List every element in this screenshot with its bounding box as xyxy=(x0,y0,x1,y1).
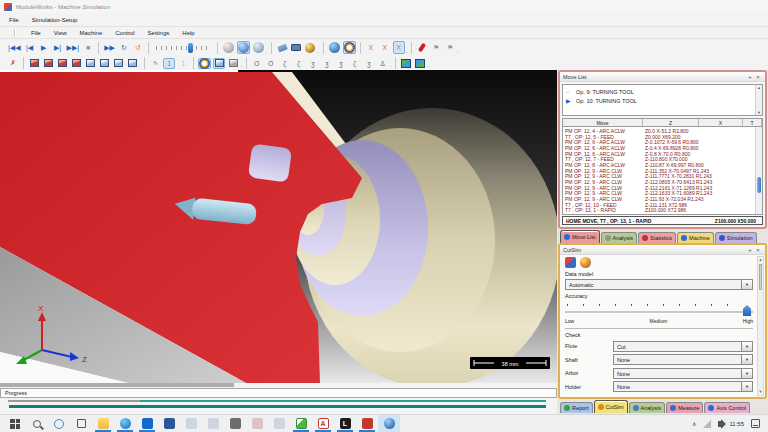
tab-statistics[interactable]: Statistics xyxy=(638,232,676,243)
operation-tree[interactable]: ┄Op. 9: TURNING TOOL▶Op. 10: TURNING TOO… xyxy=(562,84,763,116)
go-to-end-button[interactable]: ▶▶| xyxy=(66,41,81,54)
home-move-row[interactable]: HOME MOVE, T7 , OP: 13, 1 - RAPID Z100.0… xyxy=(562,216,763,225)
network-icon[interactable] xyxy=(703,420,711,428)
cutsim-scrollbar[interactable]: ▲ ▼ xyxy=(757,256,764,396)
menu-settings[interactable]: Settings xyxy=(148,30,170,36)
tool-display-button[interactable]: 1 xyxy=(163,58,175,69)
collision-check-1-button[interactable]: X xyxy=(365,41,377,54)
menu-machine[interactable]: Machine xyxy=(80,30,103,36)
speed-slider[interactable] xyxy=(156,43,210,53)
file-explorer-icon[interactable] xyxy=(92,415,114,432)
chevron-down-icon[interactable]: ▼ xyxy=(741,382,752,391)
tag-tool-icon[interactable] xyxy=(276,41,288,54)
tab-move-list[interactable]: Move List xyxy=(560,230,600,243)
geometry-curve6-button[interactable]: ζ xyxy=(349,58,361,69)
calculator-icon[interactable] xyxy=(224,415,246,432)
accuracy-slider[interactable] xyxy=(565,302,753,316)
geometry-poly-button[interactable]: Δ xyxy=(377,58,389,69)
tray-expand-icon[interactable]: ∧ xyxy=(692,420,696,427)
task-view-button[interactable] xyxy=(70,415,92,432)
viewport-3d[interactable]: X Z 38 mm xyxy=(0,70,557,383)
tab-report[interactable]: Report xyxy=(560,402,593,413)
start-button[interactable] xyxy=(4,415,26,432)
pin-icon[interactable]: + xyxy=(746,74,754,80)
toolpath-trace-button[interactable]: ∿ xyxy=(149,58,161,69)
view-cube-top-icon[interactable] xyxy=(84,58,96,69)
outlook-icon[interactable] xyxy=(136,415,158,432)
geometry-circle-button[interactable]: O xyxy=(251,58,263,69)
app-dim-2-icon[interactable] xyxy=(202,415,224,432)
label-tool-icon[interactable] xyxy=(290,41,302,54)
tree-scrollbar[interactable]: ▲▼ xyxy=(755,85,762,115)
scrollbar-thumb[interactable] xyxy=(759,264,762,290)
tab-axis-control[interactable]: Axis Control xyxy=(704,402,750,413)
app-dim-3-icon[interactable] xyxy=(268,415,290,432)
tab-cutsim[interactable]: CutSim xyxy=(594,400,628,413)
dropdown-dot-icon[interactable]: . xyxy=(139,62,140,68)
go-to-start-button[interactable]: |◀◀ xyxy=(7,41,22,54)
shaft-dropdown[interactable]: None▼ xyxy=(613,354,753,365)
play-button[interactable]: ▶ xyxy=(38,41,50,54)
close-icon[interactable]: × xyxy=(754,74,762,80)
chevron-down-icon[interactable]: ▼ xyxy=(741,355,752,364)
tab-analysis[interactable]: Analysis xyxy=(629,402,665,413)
view-cube-bottom-icon[interactable] xyxy=(98,58,110,69)
dropdown-dot-icon[interactable]: . xyxy=(390,62,391,68)
dropdown-dot-icon[interactable]: . xyxy=(406,48,407,54)
holder-dropdown[interactable]: None▼ xyxy=(613,381,753,392)
pin-icon[interactable]: + xyxy=(746,247,754,253)
red-app-icon[interactable] xyxy=(356,415,378,432)
fast-forward-button[interactable]: ▶▶ xyxy=(103,41,116,54)
loop-button[interactable]: ↻ xyxy=(118,41,130,54)
moduleworks-icon[interactable] xyxy=(378,415,400,432)
geometry-curve4-button[interactable]: ʒ xyxy=(321,58,333,69)
stock-sphere-icon[interactable] xyxy=(198,58,211,69)
cortana-button[interactable] xyxy=(48,415,70,432)
autocad-icon[interactable]: A xyxy=(312,415,334,432)
column-move[interactable]: Move xyxy=(563,119,643,126)
render-sphere-icon[interactable] xyxy=(222,41,235,54)
view-cube-iso-icon[interactable] xyxy=(112,58,124,69)
scroll-up-icon[interactable]: ▲ xyxy=(758,257,763,263)
app-dim-red-icon[interactable] xyxy=(246,415,268,432)
geometry-circle2-button[interactable]: O xyxy=(265,58,277,69)
render-shaded-icon[interactable] xyxy=(237,41,250,54)
app-dim-1-icon[interactable] xyxy=(180,415,202,432)
edge-icon[interactable] xyxy=(114,415,136,432)
geometry-curve5-button[interactable]: ʒ xyxy=(335,58,347,69)
scroll-down-icon[interactable]: ▼ xyxy=(758,389,763,395)
chevron-down-icon[interactable]: ▼ xyxy=(741,280,752,289)
collision-check-2-button[interactable]: X xyxy=(379,41,391,54)
menu-help[interactable]: Help xyxy=(182,30,194,36)
view-cube-iso2-icon[interactable] xyxy=(126,58,138,69)
stock-cube-icon[interactable] xyxy=(213,58,225,69)
menu-simulation-setup[interactable]: Simulation-Setup xyxy=(32,17,78,23)
action-center-icon[interactable] xyxy=(751,419,760,428)
l-app-icon[interactable]: L xyxy=(334,415,356,432)
operation-item[interactable]: ┄Op. 9: TURNING TOOL xyxy=(566,87,754,96)
geometry-curve3-button[interactable]: ʒ xyxy=(307,58,319,69)
dropdown-dot-icon[interactable]: . xyxy=(427,62,428,68)
render-wire-icon[interactable] xyxy=(252,41,265,54)
reset-stock-icon[interactable] xyxy=(565,257,576,268)
pin-marker-icon[interactable] xyxy=(416,41,428,54)
scroll-up-icon[interactable]: ▲ xyxy=(757,85,761,90)
collision-check-3-button[interactable]: X xyxy=(393,41,405,54)
search-button[interactable] xyxy=(26,415,48,432)
scrollbar-thumb[interactable] xyxy=(757,177,761,193)
slider-handle[interactable] xyxy=(743,305,751,316)
step-back-button[interactable]: |◀ xyxy=(24,41,36,54)
speaker-icon[interactable] xyxy=(718,421,722,427)
terrain-view-icon[interactable] xyxy=(414,58,426,69)
tool-ghost-button[interactable]: 1 xyxy=(177,58,189,69)
menu-file[interactable]: File xyxy=(9,17,19,23)
move-table-scrollbar[interactable] xyxy=(755,127,762,214)
column-x[interactable]: X xyxy=(699,119,743,126)
view-cube-right-icon[interactable] xyxy=(70,58,82,69)
view-cube-back-icon[interactable] xyxy=(42,58,54,69)
taskbar-clock[interactable]: 11:55 xyxy=(729,421,744,427)
refresh-button[interactable]: ↺ xyxy=(132,41,144,54)
dropdown-dot-icon[interactable]: . xyxy=(317,48,318,54)
menu-view[interactable]: View xyxy=(54,30,67,36)
geometry-curve2-button[interactable]: ζ xyxy=(293,58,305,69)
